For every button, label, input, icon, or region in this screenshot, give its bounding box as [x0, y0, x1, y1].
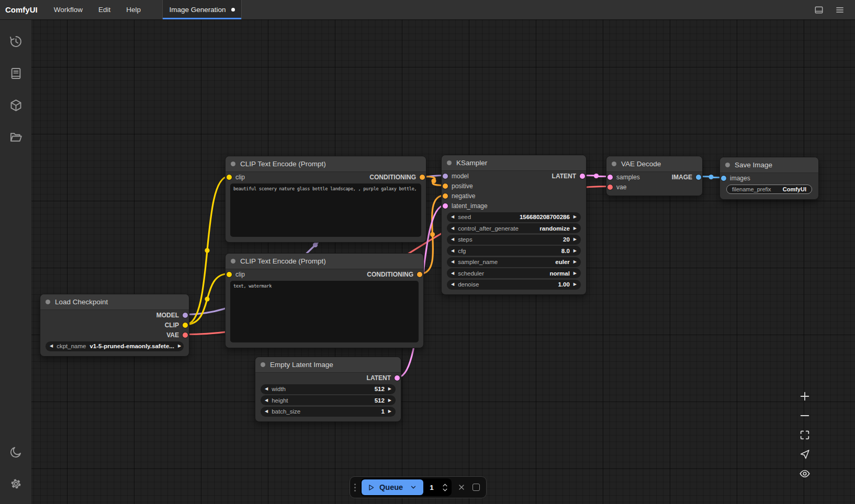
decrement-arrow-icon[interactable]: ◀ — [451, 271, 454, 276]
pan-mode-icon[interactable] — [798, 448, 811, 461]
port-dot[interactable] — [420, 175, 425, 180]
collapse-dot[interactable] — [612, 162, 616, 166]
widget-ckpt_name[interactable]: ◀ ckpt_name v1-5-pruned-emaonly.safete..… — [46, 341, 184, 351]
menu-edit[interactable]: Edit — [91, 0, 118, 19]
increment-arrow-icon[interactable]: ▶ — [573, 271, 577, 276]
port-dot[interactable] — [227, 272, 232, 277]
bottom-panel-icon[interactable] — [812, 3, 826, 17]
port-dot[interactable] — [443, 184, 448, 189]
increment-arrow-icon[interactable]: ▶ — [573, 249, 577, 253]
increment-arrow-icon[interactable]: ▶ — [573, 226, 577, 231]
port-dot[interactable] — [183, 323, 188, 328]
decrement-arrow-icon[interactable]: ◀ — [451, 215, 454, 219]
port-dot[interactable] — [443, 174, 448, 179]
node-header[interactable]: Save Image — [720, 157, 818, 173]
output-port-LATENT[interactable]: LATENT — [367, 374, 400, 382]
node-vae_decode[interactable]: VAE Decode samples IMAGE vae — [606, 156, 703, 196]
widget-sampler_name[interactable]: ◀ sampler_name euler ▶ — [447, 257, 581, 267]
widget-filename_prefix[interactable]: filename_prefix ComfyUI — [726, 185, 812, 194]
link-midpoint-dot[interactable] — [594, 174, 599, 178]
input-port-clip[interactable]: clip — [227, 271, 245, 278]
settings-icon[interactable] — [7, 475, 25, 492]
widget-cfg[interactable]: ◀ cfg 8.0 ▶ — [447, 246, 581, 256]
increment-arrow-icon[interactable]: ▶ — [388, 387, 391, 391]
widget-control_after_generate[interactable]: ◀ control_after_generate randomize ▶ — [447, 223, 581, 233]
collapse-dot[interactable] — [231, 162, 235, 166]
input-port-images[interactable]: images — [721, 175, 750, 182]
model-library-icon[interactable] — [7, 96, 25, 114]
theme-toggle-icon[interactable] — [7, 443, 25, 461]
collapse-dot[interactable] — [447, 161, 452, 165]
fit-view-icon[interactable] — [798, 429, 811, 441]
widget-height[interactable]: ◀ height 512 ▶ — [261, 395, 396, 405]
menu-help[interactable]: Help — [118, 0, 149, 19]
widget-denoise[interactable]: ◀ denoise 1.00 ▶ — [447, 280, 581, 290]
step-up-icon[interactable] — [442, 484, 448, 487]
menu-workflow[interactable]: Workflow — [46, 0, 91, 19]
node-header[interactable]: KSampler — [442, 155, 586, 171]
input-port-clip[interactable]: clip — [227, 174, 245, 181]
widget-width[interactable]: ◀ width 512 ▶ — [261, 384, 396, 394]
decrement-arrow-icon[interactable]: ◀ — [451, 260, 454, 264]
drag-handle[interactable] — [354, 484, 356, 491]
node-library-icon[interactable] — [7, 64, 25, 82]
node-clip_encode_positive[interactable]: CLIP Text Encode (Prompt) clip CONDITION… — [225, 156, 426, 243]
queue-button[interactable]: Queue — [362, 479, 423, 495]
increment-arrow-icon[interactable]: ▶ — [388, 409, 391, 414]
node-header[interactable]: CLIP Text Encode (Prompt) — [226, 156, 426, 172]
decrement-arrow-icon[interactable]: ◀ — [451, 282, 454, 287]
node-load_checkpoint[interactable]: Load Checkpoint MODEL CLIP VAE ◀ ckpt_na… — [40, 294, 189, 357]
link-midpoint-dot[interactable] — [205, 296, 209, 301]
step-down-icon[interactable] — [442, 488, 448, 491]
node-header[interactable]: CLIP Text Encode (Prompt) — [226, 254, 423, 269]
output-port-MODEL[interactable]: MODEL — [156, 312, 188, 319]
workflows-icon[interactable] — [7, 128, 25, 146]
port-dot[interactable] — [227, 175, 232, 180]
decrement-arrow-icon[interactable]: ◀ — [451, 249, 454, 253]
interrupt-icon[interactable] — [456, 482, 466, 493]
output-port-VAE[interactable]: VAE — [166, 331, 188, 339]
output-port-CONDITIONING[interactable]: CONDITIONING — [369, 174, 425, 181]
menu-icon[interactable] — [833, 3, 847, 17]
queue-history-icon[interactable] — [7, 32, 25, 50]
link-load_checkpoint.CLIP-to-clip_encode_positive.clip[interactable] — [186, 177, 229, 325]
input-port-negative[interactable]: negative — [443, 192, 475, 200]
port-dot[interactable] — [183, 333, 188, 338]
decrement-arrow-icon[interactable]: ◀ — [265, 409, 268, 414]
node-header[interactable]: Load Checkpoint — [40, 294, 189, 310]
increment-arrow-icon[interactable]: ▶ — [178, 344, 181, 348]
link-load_checkpoint.CLIP-to-clip_encode_negative.clip[interactable] — [186, 274, 229, 325]
decrement-arrow-icon[interactable]: ◀ — [265, 387, 268, 391]
node-empty_latent[interactable]: Empty Latent Image LATENT ◀ width 512 ▶ … — [255, 357, 401, 422]
widget-steps[interactable]: ◀ steps 20 ▶ — [447, 235, 581, 245]
link-midpoint-dot[interactable] — [431, 178, 436, 183]
output-port-IMAGE[interactable]: IMAGE — [672, 174, 701, 181]
node-header[interactable]: Empty Latent Image — [255, 357, 401, 373]
node-save_image[interactable]: Save Image images filename_prefix ComfyU… — [719, 157, 819, 200]
widget-scheduler[interactable]: ◀ scheduler normal ▶ — [447, 268, 581, 278]
prompt-textarea[interactable]: beautiful scenery nature glass bottle la… — [230, 184, 421, 237]
port-dot[interactable] — [580, 174, 585, 179]
zoom-out-icon[interactable] — [798, 409, 811, 422]
link-midpoint-dot[interactable] — [205, 248, 209, 253]
input-port-vae[interactable]: vae — [608, 184, 626, 191]
decrement-arrow-icon[interactable]: ◀ — [451, 237, 454, 242]
decrement-arrow-icon[interactable]: ◀ — [451, 226, 454, 231]
port-dot[interactable] — [443, 193, 448, 199]
toggle-link-visibility-icon[interactable] — [798, 467, 811, 480]
increment-arrow-icon[interactable]: ▶ — [388, 398, 391, 403]
port-dot[interactable] — [417, 272, 422, 277]
input-port-latent_image[interactable]: latent_image — [443, 202, 488, 210]
port-dot[interactable] — [608, 185, 613, 190]
widget-seed[interactable]: ◀ seed 156680208700286 ▶ — [447, 212, 581, 222]
output-port-CONDITIONING[interactable]: CONDITIONING — [367, 271, 422, 278]
port-dot[interactable] — [443, 203, 448, 209]
link-midpoint-dot[interactable] — [708, 175, 713, 179]
output-port-LATENT[interactable]: LATENT — [552, 173, 585, 180]
node-ksampler[interactable]: KSampler model LATENT positive negative … — [441, 155, 587, 295]
collapse-dot[interactable] — [46, 300, 50, 304]
decrement-arrow-icon[interactable]: ◀ — [50, 344, 53, 348]
node-header[interactable]: VAE Decode — [606, 156, 702, 172]
increment-arrow-icon[interactable]: ▶ — [573, 237, 577, 242]
collapse-dot[interactable] — [231, 259, 235, 264]
